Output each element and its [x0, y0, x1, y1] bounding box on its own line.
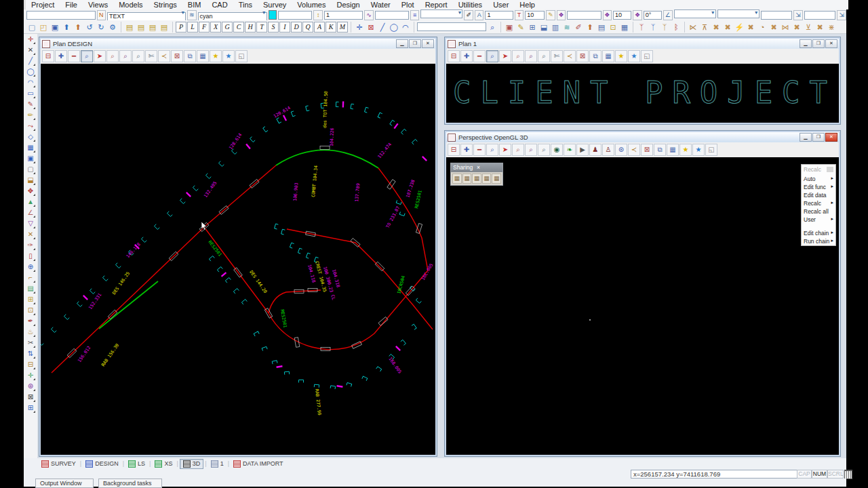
sheet-icon[interactable]: ⬓: [538, 22, 549, 33]
contour-icon[interactable]: ≋: [561, 22, 572, 33]
triangle-icon[interactable]: ▲: [25, 197, 36, 207]
scissors-icon[interactable]: ✂: [25, 338, 36, 348]
filter-i-button[interactable]: I: [279, 22, 290, 33]
recalc-item-recalc-all[interactable]: Recalc all: [802, 207, 835, 216]
share-box-4-icon[interactable]: ▦: [482, 174, 492, 184]
brush-button-button[interactable]: ✐: [464, 10, 473, 20]
recalc-item-recalc[interactable]: Recalc▸: [802, 199, 835, 207]
tab-xs[interactable]: XS: [152, 460, 175, 468]
recalc-item-edit-func[interactable]: Edit func▸: [802, 183, 835, 191]
circle-icon[interactable]: ◯: [389, 22, 399, 33]
text-factor-input[interactable]: 1: [485, 11, 513, 20]
model-input[interactable]: [26, 11, 96, 20]
string-cross-1-icon[interactable]: ✖: [711, 22, 722, 33]
menu-item-strings[interactable]: Strings: [149, 1, 182, 9]
menu-item-tins[interactable]: Tins: [233, 1, 258, 9]
filter-s-button[interactable]: S: [268, 22, 279, 33]
recalc-item-edit-chain[interactable]: Edit chain▸: [802, 229, 835, 237]
string-split-icon[interactable]: ⊻: [803, 22, 814, 33]
string-trim-icon[interactable]: ⊼: [699, 22, 710, 33]
perspective-canvas[interactable]: Sharing × ▦▦▦▦▦ Recalc Auto▸Edit func▸Ed…: [446, 157, 839, 455]
saved-views-icon[interactable]: ★: [628, 50, 640, 62]
angle-button-button[interactable]: ∠: [663, 10, 673, 20]
recalc-item-auto[interactable]: Auto▸: [802, 175, 835, 183]
text-justify-button-button[interactable]: A: [475, 10, 484, 20]
trash-icon[interactable]: [844, 470, 852, 479]
options-icon[interactable]: ⚙: [107, 22, 118, 33]
new-grid-icon[interactable]: ⊞: [25, 294, 36, 305]
zoom-out-icon[interactable]: ━: [473, 144, 486, 156]
z-mode-button-button[interactable]: ↕: [313, 10, 323, 20]
pointer-flow-icon[interactable]: ⤳: [25, 121, 36, 131]
style-combo-dropdown-icon[interactable]: ▼: [458, 10, 462, 15]
cell-icon[interactable]: ⊡: [25, 305, 36, 316]
menu-item-models[interactable]: Models: [113, 1, 148, 9]
favourites-icon[interactable]: ★: [615, 50, 627, 62]
recalc-item-edit-data[interactable]: Edit data: [802, 191, 835, 199]
save-icon[interactable]: ▣: [50, 22, 60, 33]
alignment-string[interactable]: [276, 150, 378, 168]
zoom-previous-icon[interactable]: ⌕: [512, 144, 524, 156]
steam-icon[interactable]: ♨: [25, 327, 36, 338]
arc-tool-icon[interactable]: ◠: [25, 77, 36, 88]
zoom-all-icon[interactable]: ⌕: [132, 50, 144, 62]
menu-item-utilities[interactable]: Utilities: [453, 1, 488, 9]
alignment-string[interactable]: [99, 281, 158, 329]
walk-person-icon[interactable]: ᛉ: [648, 22, 658, 33]
alignment-string[interactable]: [52, 227, 204, 373]
menu-item-help[interactable]: Help: [514, 1, 540, 9]
symbol-size-button-button[interactable]: ❖: [603, 10, 612, 20]
text-style-combo[interactable]: TEXT▼: [107, 9, 186, 21]
close-button[interactable]: ✕: [825, 39, 837, 48]
filter-m-button[interactable]: M: [337, 22, 348, 33]
orbit-icon[interactable]: ⊛: [615, 144, 627, 156]
close-icon[interactable]: ×: [477, 163, 500, 172]
zoom-in-icon[interactable]: ✚: [460, 50, 473, 62]
saved-views-icon[interactable]: ★: [222, 50, 235, 62]
truck-icon[interactable]: ⊞: [25, 403, 36, 413]
arc-icon[interactable]: ◠: [400, 22, 411, 33]
profile-icon[interactable]: ≺: [628, 144, 640, 156]
grid-icon[interactable]: ⊞: [527, 22, 538, 33]
output-window-button[interactable]: Output Window: [35, 479, 94, 488]
taper-icon[interactable]: ▽: [25, 218, 36, 229]
texture-icon[interactable]: ❧: [564, 144, 576, 156]
corner-tool-icon[interactable]: ⌐: [25, 272, 36, 283]
text-size-input[interactable]: 10: [525, 11, 545, 20]
redo-icon[interactable]: ↻: [96, 22, 106, 33]
colour-combo-dropdown-icon[interactable]: ▼: [262, 10, 267, 15]
erase-icon[interactable]: ✕: [25, 229, 36, 240]
linestyle-button-button[interactable]: ∿: [364, 10, 374, 20]
string-multi-icon[interactable]: ⋇: [826, 22, 837, 33]
symbol-rotate-button-button[interactable]: ❖: [633, 10, 642, 20]
string-cross-3-icon[interactable]: ✖: [745, 22, 756, 33]
profile-icon[interactable]: ≺: [158, 50, 170, 62]
string-cross-2-icon[interactable]: ✖: [722, 22, 733, 33]
name-mode-button-button[interactable]: N: [97, 10, 106, 20]
filter-p-button[interactable]: P: [176, 22, 186, 33]
plot-frame-icon[interactable]: ▦: [619, 22, 630, 33]
zoom-window-icon[interactable]: ⌕: [81, 50, 93, 62]
maximize-button[interactable]: ❐: [409, 39, 421, 48]
filter-x-button[interactable]: X: [210, 22, 221, 33]
swap-icon[interactable]: ⇅: [25, 348, 36, 359]
circle-tool-icon[interactable]: ◯: [25, 66, 36, 77]
ink-icon[interactable]: ✒: [25, 316, 36, 327]
zoom-all-icon[interactable]: ⌕: [538, 144, 550, 156]
chain-button-button[interactable]: ⇲: [837, 10, 846, 20]
share-box-3-icon[interactable]: ▦: [472, 174, 481, 184]
corner-icon[interactable]: ◱: [705, 144, 717, 156]
alignment-string[interactable]: [269, 290, 321, 313]
plan1-canvas[interactable]: CLIENT PROJECT: [446, 64, 839, 123]
half-box-icon[interactable]: ⬓: [25, 175, 36, 186]
zoom-all-icon[interactable]: ⌕: [538, 50, 550, 62]
tin-box-icon[interactable]: ▤: [147, 22, 158, 33]
close-button[interactable]: ✕: [825, 133, 837, 142]
snap-icon[interactable]: ✛: [354, 22, 365, 33]
share-box-1-icon[interactable]: ▦: [452, 174, 462, 184]
string-join-icon[interactable]: ⋈: [780, 22, 791, 33]
macro-button-button[interactable]: ⇲: [793, 10, 803, 20]
delete-icon[interactable]: ⊠: [366, 22, 376, 33]
plot-icon[interactable]: ⊠: [576, 50, 589, 62]
cross-icon[interactable]: ✕: [25, 45, 36, 56]
